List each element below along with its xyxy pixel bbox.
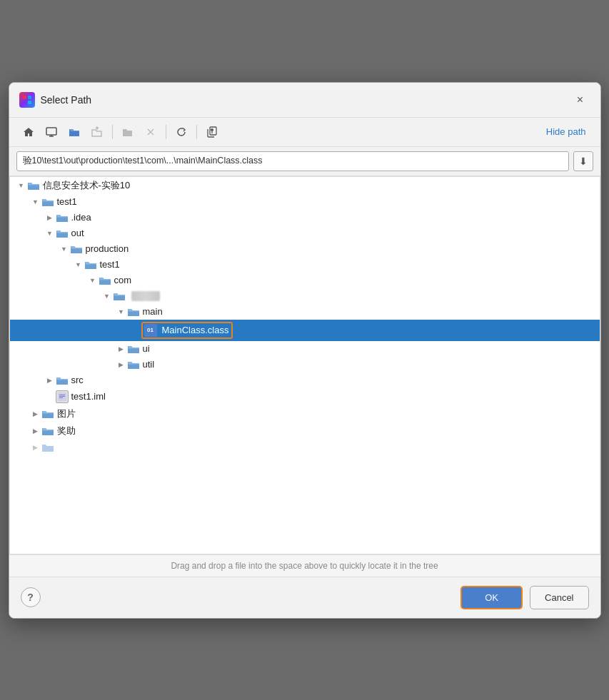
- svg-rect-17: [59, 397, 63, 398]
- path-bar: ⬇: [9, 147, 600, 176]
- tree-item-partial[interactable]: [10, 440, 600, 455]
- tree-item-test1iml-label: test1.iml: [71, 391, 106, 402]
- tree-item-test1-label: test1: [57, 196, 77, 207]
- folder-icon-idea: [56, 213, 69, 223]
- tree-item-root[interactable]: 信息安全技术-实验10: [10, 177, 600, 194]
- file-tree[interactable]: 信息安全技术-实验10 test1 .idea: [9, 176, 600, 554]
- cancel-button[interactable]: Cancel: [530, 586, 588, 609]
- folder-icon-main: [127, 307, 140, 317]
- tree-item-test1-inner-label: test1: [100, 259, 120, 270]
- tree-item-awards[interactable]: 奖助: [10, 422, 600, 440]
- folder-icon-blurred: [113, 291, 126, 301]
- drag-hint: Drag and drop a file into the space abov…: [9, 554, 600, 577]
- toolbar: Hide path: [9, 118, 600, 147]
- chevron-test1: [30, 196, 41, 208]
- chevron-main: [116, 306, 127, 318]
- tree-item-com-label: com: [114, 275, 132, 285]
- iml-file-icon: [56, 390, 69, 403]
- chevron-awards: [30, 425, 41, 437]
- svg-point-12: [211, 128, 213, 131]
- delete-button[interactable]: [140, 122, 161, 142]
- folder-icon-root: [27, 181, 40, 191]
- hide-path-button[interactable]: Hide path: [540, 123, 592, 140]
- svg-rect-2: [23, 101, 26, 104]
- chevron-partial: [30, 442, 41, 453]
- tree-item-main-label: main: [143, 306, 163, 317]
- folder-icon-test1: [41, 197, 54, 207]
- open-folder-button[interactable]: [64, 122, 85, 142]
- folder-icon-pictures: [41, 409, 54, 419]
- svg-rect-1: [28, 96, 31, 99]
- svg-rect-11: [210, 127, 216, 135]
- tree-item-test1iml[interactable]: test1.iml: [10, 388, 600, 405]
- folder-icon-out: [56, 228, 69, 238]
- tree-item-util-label: util: [143, 359, 155, 370]
- tree-item-awards-label: 奖助: [57, 425, 76, 437]
- svg-rect-16: [59, 396, 65, 397]
- folder-icon-com: [99, 275, 111, 285]
- tree-item-production-label: production: [86, 243, 129, 254]
- tree-item-idea-label: .idea: [71, 212, 91, 223]
- home-button[interactable]: [18, 122, 39, 142]
- tree-item-mainclass[interactable]: 01 MainClass.class: [10, 320, 600, 341]
- refresh-button[interactable]: [171, 122, 192, 142]
- tree-item-out[interactable]: out: [10, 225, 600, 241]
- chevron-idea: [44, 212, 56, 223]
- tree-item-com[interactable]: com: [10, 273, 600, 288]
- tree-item-src-label: src: [71, 375, 84, 385]
- tree-item-ui-label: ui: [143, 343, 150, 354]
- tree-item-blurred-label: [131, 291, 160, 301]
- svg-rect-4: [46, 128, 56, 135]
- toolbar-separator-1: [112, 125, 113, 139]
- chevron-blurred: [101, 290, 113, 302]
- svg-rect-0: [23, 96, 26, 99]
- title-bar: Select Path ×: [9, 83, 600, 118]
- tree-item-pictures-label: 图片: [57, 407, 76, 420]
- toolbar-separator-2: [166, 125, 166, 139]
- tree-item-out-label: out: [71, 228, 84, 238]
- title-bar-left: Select Path: [19, 92, 92, 108]
- tree-item-test1-inner[interactable]: test1: [10, 257, 600, 273]
- path-input[interactable]: [16, 151, 569, 171]
- tree-item-test1[interactable]: test1: [10, 194, 600, 210]
- chevron-production: [59, 243, 70, 255]
- folder-icon-production: [70, 244, 83, 254]
- svg-rect-3: [28, 101, 31, 104]
- desktop-button[interactable]: [41, 122, 62, 142]
- tree-item-pictures[interactable]: 图片: [10, 405, 600, 422]
- go-up-button[interactable]: [86, 122, 108, 142]
- tree-item-util[interactable]: util: [10, 357, 600, 372]
- class-file-icon: 01: [144, 324, 157, 337]
- tree-item-ui[interactable]: ui: [10, 341, 600, 357]
- chevron-util: [116, 359, 127, 370]
- folder-icon-ui: [127, 344, 140, 354]
- tree-item-idea[interactable]: .idea: [10, 210, 600, 225]
- close-button[interactable]: ×: [570, 90, 590, 110]
- tree-item-root-label: 信息安全技术-实验10: [43, 179, 131, 192]
- tree-item-production[interactable]: production: [10, 241, 600, 257]
- ok-button[interactable]: OK: [460, 586, 523, 609]
- chevron-pictures: [30, 408, 41, 420]
- tree-item-src[interactable]: src: [10, 372, 600, 388]
- new-folder-button[interactable]: [117, 122, 139, 142]
- select-path-dialog: Select Path ×: [9, 82, 601, 619]
- chevron-src: [44, 375, 56, 386]
- folder-icon-util: [127, 360, 140, 370]
- copy-path-button[interactable]: [201, 122, 223, 142]
- tree-item-blurred[interactable]: [10, 288, 600, 304]
- chevron-out: [44, 228, 56, 239]
- svg-rect-15: [59, 395, 65, 395]
- folder-icon-awards: [41, 426, 54, 436]
- footer-buttons: OK Cancel: [460, 586, 588, 609]
- folder-icon-test1-inner: [84, 260, 97, 270]
- tree-item-mainclass-label: MainClass.class: [162, 325, 229, 335]
- help-button[interactable]: ?: [21, 587, 41, 607]
- dialog-title: Select Path: [41, 94, 92, 106]
- toolbar-separator-3: [196, 125, 197, 139]
- chevron-test1-inner: [73, 259, 84, 270]
- tree-item-main[interactable]: main: [10, 304, 600, 320]
- chevron-root: [16, 180, 27, 191]
- chevron-com: [87, 275, 99, 286]
- app-icon: [19, 92, 35, 108]
- path-download-button[interactable]: ⬇: [573, 151, 593, 171]
